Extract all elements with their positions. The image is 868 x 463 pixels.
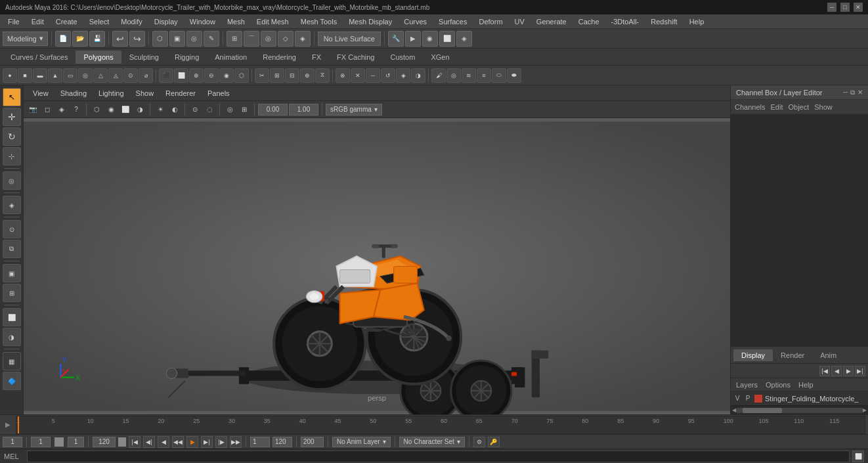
menu-curves[interactable]: Curves bbox=[399, 16, 432, 27]
camera-value1-input[interactable] bbox=[258, 104, 288, 116]
mash-btn[interactable]: ▦ bbox=[3, 352, 21, 370]
paint-select-btn[interactable]: ⧉ bbox=[3, 240, 21, 258]
wedge-btn[interactable]: ◑ bbox=[411, 68, 425, 83]
next-frame-btn[interactable]: ▶| bbox=[201, 436, 213, 448]
mel-input[interactable] bbox=[27, 451, 850, 462]
helix-icon-btn[interactable]: ⌀ bbox=[139, 68, 153, 83]
show-manip-btn[interactable]: ◈ bbox=[3, 196, 21, 214]
menu-generate[interactable]: Generate bbox=[531, 16, 572, 27]
soften-btn[interactable]: ⬭ bbox=[492, 68, 506, 83]
select-tool-btn[interactable]: ↖ bbox=[3, 88, 21, 106]
grid-btn[interactable]: ⊞ bbox=[3, 284, 21, 302]
tab-animation[interactable]: Animation bbox=[207, 51, 255, 64]
scroll-bar[interactable] bbox=[736, 408, 863, 413]
vp-menu-view[interactable]: View bbox=[28, 88, 54, 99]
tab-edit[interactable]: Edit bbox=[770, 102, 783, 112]
cube-icon-btn[interactable]: ■ bbox=[18, 68, 32, 83]
soft-select-btn[interactable]: ◎ bbox=[3, 171, 21, 190]
scroll-thumb[interactable] bbox=[743, 408, 782, 413]
auto-key-btn[interactable]: 🔑 bbox=[488, 437, 500, 447]
sculpt-btn[interactable]: ◎ bbox=[446, 68, 461, 83]
pipe-icon-btn[interactable]: ⊙ bbox=[123, 68, 138, 83]
new-scene-btn[interactable]: 📄 bbox=[55, 31, 71, 47]
minimize-button[interactable]: ─ bbox=[827, 3, 836, 12]
redo-btn[interactable]: ↪ bbox=[129, 31, 145, 47]
menu-3dtoall[interactable]: -3DtoAll- bbox=[606, 16, 645, 27]
paint-sel-btn[interactable]: ✎ bbox=[204, 31, 219, 47]
move-tool-btn[interactable]: ✛ bbox=[3, 108, 21, 126]
script-editor-btn[interactable]: ⬜ bbox=[852, 451, 864, 462]
sphere-icon-btn[interactable]: ● bbox=[3, 68, 17, 83]
layers-menu-item[interactable]: Layers bbox=[733, 381, 760, 389]
scroll-right-btn[interactable]: ▶ bbox=[863, 407, 867, 413]
display-tab-display[interactable]: Display bbox=[733, 349, 773, 361]
options-menu-item[interactable]: Options bbox=[763, 381, 793, 389]
render-settings-btn[interactable]: 🔧 bbox=[388, 31, 404, 47]
snap-curve-btn[interactable]: ⌒ bbox=[244, 31, 259, 47]
cylinder-icon-btn[interactable]: ▬ bbox=[33, 68, 47, 83]
close-button[interactable]: ✕ bbox=[854, 3, 863, 12]
vp-menu-show[interactable]: Show bbox=[131, 88, 160, 99]
key-settings-btn[interactable]: ⚙ bbox=[473, 437, 485, 447]
connect-btn[interactable]: ⊕ bbox=[300, 68, 315, 83]
playhead[interactable] bbox=[18, 416, 19, 433]
vp-shaded-btn[interactable]: ◑ bbox=[133, 103, 146, 116]
select-all-btn[interactable]: ▣ bbox=[169, 31, 185, 47]
tab-custom[interactable]: Custom bbox=[383, 51, 423, 64]
layer-nav-end-btn[interactable]: |◀ bbox=[819, 366, 830, 376]
display-tab-anim[interactable]: Anim bbox=[812, 349, 844, 361]
timeline-ruler[interactable]: 1510152025303540455055606570758085909510… bbox=[16, 416, 865, 434]
tab-polygons[interactable]: Polygons bbox=[76, 51, 121, 64]
range-end-input[interactable] bbox=[93, 437, 116, 447]
pyramid-icon-btn[interactable]: ◬ bbox=[108, 68, 123, 83]
snap-point-btn[interactable]: ◎ bbox=[261, 31, 276, 47]
vp-grid-btn[interactable]: ⊞ bbox=[238, 103, 251, 116]
menu-uv[interactable]: UV bbox=[510, 16, 530, 27]
play-btn[interactable]: ▶ bbox=[186, 436, 198, 448]
prev-frame-btn[interactable]: ◀ bbox=[158, 436, 169, 448]
poke-btn[interactable]: ◈ bbox=[396, 68, 410, 83]
vp-wireframe-btn[interactable]: ⬡ bbox=[90, 103, 103, 116]
offset-loop-btn[interactable]: ⊟ bbox=[285, 68, 299, 83]
menu-create[interactable]: Create bbox=[51, 16, 83, 27]
vp-help-btn[interactable]: ? bbox=[70, 103, 83, 116]
vp-shadow-btn[interactable]: ◐ bbox=[168, 103, 181, 116]
menu-modify[interactable]: Modify bbox=[116, 16, 147, 27]
channel-box-float-btn[interactable]: ⧉ bbox=[850, 89, 855, 97]
range-end2-input[interactable] bbox=[272, 437, 292, 447]
range-start2-input[interactable] bbox=[250, 437, 270, 447]
merge-btn[interactable]: ⊗ bbox=[336, 68, 350, 83]
range-end3-input[interactable] bbox=[301, 437, 324, 447]
menu-edit-mesh[interactable]: Edit Mesh bbox=[251, 16, 294, 27]
menu-select[interactable]: Select bbox=[84, 16, 115, 27]
menu-display[interactable]: Display bbox=[149, 16, 183, 27]
vp-film-btn[interactable]: ◻ bbox=[41, 103, 54, 116]
lasso-btn[interactable]: ◎ bbox=[186, 31, 202, 47]
vp-cam-btn[interactable]: 📷 bbox=[26, 103, 39, 116]
tab-rendering[interactable]: Rendering bbox=[255, 51, 304, 64]
relax-btn[interactable]: ≋ bbox=[462, 68, 476, 83]
hypershade-btn[interactable]: ◈ bbox=[456, 31, 472, 47]
menu-redshift[interactable]: Redshift bbox=[645, 16, 682, 27]
snap-grid-btn[interactable]: ⊞ bbox=[227, 31, 242, 47]
plane-icon-btn[interactable]: ▭ bbox=[63, 68, 77, 83]
go-start-btn[interactable]: |◀ bbox=[129, 436, 141, 448]
torus-icon-btn[interactable]: ◎ bbox=[78, 68, 93, 83]
step-forward-btn[interactable]: |▶ bbox=[215, 436, 227, 448]
ipr-btn[interactable]: ◉ bbox=[422, 31, 438, 47]
maximize-button[interactable]: □ bbox=[840, 3, 850, 12]
current-frame-input[interactable] bbox=[3, 437, 22, 447]
render-region-btn[interactable]: ⬜ bbox=[3, 308, 21, 326]
tab-fx-caching[interactable]: FX Caching bbox=[329, 51, 382, 64]
tab-fx[interactable]: FX bbox=[304, 51, 329, 64]
tab-channels[interactable]: Channels bbox=[735, 102, 765, 112]
open-scene-btn[interactable]: 📂 bbox=[72, 31, 88, 47]
combine-btn[interactable]: ⊕ bbox=[189, 68, 204, 83]
harden-btn[interactable]: ⬬ bbox=[507, 68, 521, 83]
layer-nav-start-btn[interactable]: ▶| bbox=[855, 366, 865, 376]
help-menu-item[interactable]: Help bbox=[796, 381, 816, 389]
undo-btn[interactable]: ↩ bbox=[112, 31, 128, 47]
snap-settings-btn[interactable]: ▣ bbox=[3, 264, 21, 282]
extrude-btn[interactable]: ⬛ bbox=[159, 68, 173, 83]
spin-btn[interactable]: ↺ bbox=[381, 68, 395, 83]
